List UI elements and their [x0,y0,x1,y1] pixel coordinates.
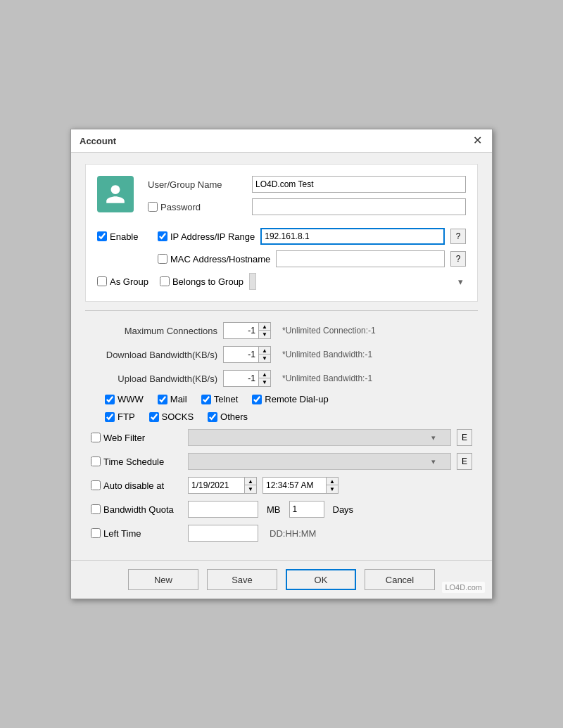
belongs-row: Belongs to Group [160,273,466,290]
bandwidth-quota-input[interactable] [188,501,258,518]
user-group-input[interactable] [252,176,466,193]
left-time-checkbox[interactable] [91,528,101,538]
download-bw-input[interactable] [223,346,258,363]
time-schedule-e-button[interactable]: E [457,453,472,470]
time-spinner: ▲ ▼ [326,477,339,494]
enable-checkbox-label[interactable]: Enable [97,231,146,242]
bandwidth-quota-checkbox[interactable] [91,504,101,514]
user-group-label: User/Group Name [148,179,246,190]
bandwidth-quota-label[interactable]: Bandwidth Quota [91,504,182,515]
remote-dialup-label[interactable]: Remote Dial-up [252,394,328,404]
web-filter-select-wrap [188,429,451,446]
upload-bw-up[interactable]: ▲ [259,371,270,378]
mac-input[interactable] [276,250,445,267]
upload-bw-down[interactable]: ▼ [259,378,270,386]
bandwidth-quota-text: Bandwidth Quota [103,504,174,515]
left-time-text: Left Time [103,528,141,539]
time-down[interactable]: ▼ [327,485,338,493]
as-group-checkbox-label[interactable]: As Group [97,276,148,287]
web-filter-checkbox[interactable] [91,433,101,442]
ip-address-checkbox-label[interactable]: IP Address/IP Range [158,231,255,242]
user-group-name-row: User/Group Name [148,176,466,193]
password-input[interactable] [252,198,466,215]
remote-dialup-text: Remote Dial-up [265,394,328,404]
auto-disable-checkbox[interactable] [91,480,101,490]
date-up[interactable]: ▲ [245,478,256,485]
ip-address-input[interactable] [260,228,445,245]
upload-bw-input[interactable] [223,370,258,387]
remote-dialup-checkbox[interactable] [252,395,262,404]
web-filter-text: Web Filter [103,433,145,443]
password-checkbox-label[interactable]: Password [148,202,246,212]
date-down[interactable]: ▼ [245,485,256,493]
days-input[interactable] [289,501,324,518]
time-schedule-checkbox-label[interactable]: Time Schedule [91,456,182,467]
download-bw-input-wrap: ▲ ▼ [223,346,271,363]
telnet-checkbox[interactable] [201,395,211,404]
mb-label: MB [267,504,281,515]
user-icon-row: User/Group Name Password [97,176,466,221]
web-filter-checkbox-label[interactable]: Web Filter [91,433,182,443]
auto-disable-label[interactable]: Auto disable at [91,480,182,491]
socks-checkbox[interactable] [149,412,159,422]
belongs-checkbox-label[interactable]: Belongs to Group [160,276,243,287]
download-bw-down[interactable]: ▼ [259,355,270,362]
ftp-text: FTP [118,411,135,422]
time-schedule-select[interactable] [188,453,451,470]
mail-checkbox[interactable] [158,395,167,404]
group-select[interactable] [249,273,256,290]
date-input[interactable] [188,477,244,494]
time-input[interactable] [262,477,326,494]
watermark-text: LO4D.com [442,582,485,593]
upload-bw-spinner: ▲ ▼ [258,370,271,387]
password-label: Password [160,202,201,212]
as-group-label: As Group [110,276,148,287]
others-checkbox[interactable] [208,412,217,422]
group-row: As Group Belongs to Group [97,273,466,290]
left-time-label[interactable]: Left Time [91,528,182,539]
socks-text: SOCKS [162,411,194,422]
time-up[interactable]: ▲ [327,478,338,485]
cancel-button[interactable]: Cancel [365,569,435,590]
max-connections-down[interactable]: ▼ [259,331,270,338]
password-checkbox[interactable] [148,202,158,212]
socks-label[interactable]: SOCKS [149,411,194,422]
left-time-input[interactable] [188,525,258,542]
dialog-body: User/Group Name Password [71,153,492,560]
ftp-label[interactable]: FTP [105,411,135,422]
download-bw-row: Download Bandwidth(KB/s) ▲ ▼ *Unlimited … [91,346,472,363]
save-button[interactable]: Save [207,569,277,590]
dialog-footer: New Save OK Cancel [71,560,492,599]
new-button[interactable]: New [128,569,198,590]
max-connections-row: Maximum Connections ▲ ▼ *Unlimited Conne… [91,322,472,339]
protocol-group-1: WWW Mail Telnet Remote Dial-up [91,394,472,404]
belongs-checkbox[interactable] [160,276,170,286]
max-connections-input[interactable] [223,322,258,339]
enable-checkbox[interactable] [97,231,107,241]
web-filter-e-button[interactable]: E [457,429,472,446]
auto-disable-row: Auto disable at ▲ ▼ ▲ ▼ [91,477,472,494]
ok-button[interactable]: OK [286,569,356,590]
mac-checkbox-label[interactable]: MAC Address/Hostname [158,254,270,264]
as-group-checkbox[interactable] [97,276,107,286]
days-label: Days [333,504,354,515]
ftp-checkbox[interactable] [105,412,115,422]
ip-address-checkbox[interactable] [158,231,167,241]
web-filter-select[interactable] [188,429,451,446]
mac-checkbox[interactable] [158,254,167,264]
www-label[interactable]: WWW [105,394,144,404]
telnet-label[interactable]: Telnet [201,394,239,404]
mail-label[interactable]: Mail [158,394,187,404]
www-checkbox[interactable] [105,395,115,404]
ip-question-button[interactable]: ? [450,229,466,244]
max-connections-input-wrap: ▲ ▼ [223,322,271,339]
max-connections-up[interactable]: ▲ [259,323,270,331]
others-label[interactable]: Others [208,411,248,422]
close-button[interactable]: ✕ [472,135,483,146]
time-schedule-checkbox[interactable] [91,456,101,466]
max-connections-hint: *Unlimited Connection:-1 [282,326,376,336]
enable-ip-row: Enable IP Address/IP Range ? [97,228,466,245]
download-bw-up[interactable]: ▲ [259,347,270,355]
time-schedule-text: Time Schedule [103,456,164,467]
mac-question-button[interactable]: ? [450,251,466,267]
